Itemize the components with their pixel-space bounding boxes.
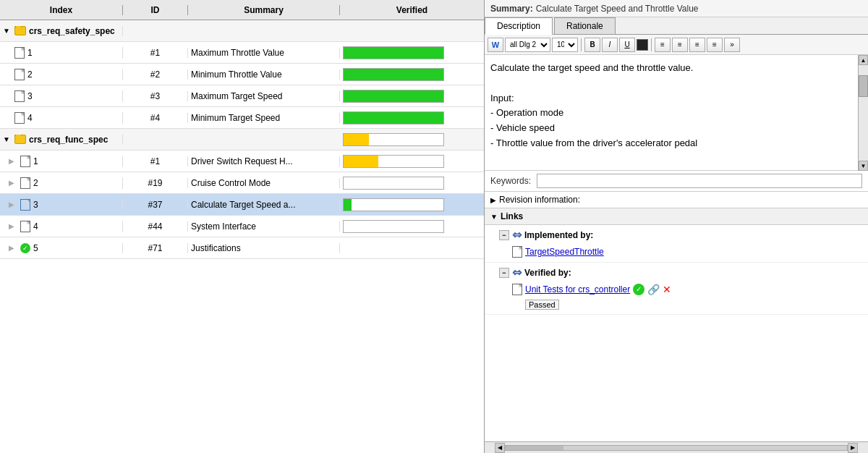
align-center-button[interactable]: ≡ — [672, 38, 688, 52]
group1-expand-arrow[interactable]: ▼ — [3, 27, 12, 35]
more-button[interactable]: » — [724, 38, 740, 52]
group2-verified — [340, 133, 484, 146]
verified-bar-fill — [344, 90, 443, 102]
italic-button[interactable]: I — [602, 38, 618, 52]
scroll-left-arrow[interactable]: ◀ — [495, 443, 505, 453]
keywords-input[interactable] — [537, 174, 862, 188]
group2-index[interactable]: ▼ crs_req_func_spec — [0, 135, 123, 145]
row-summary: Justifications — [188, 243, 340, 253]
doc-icon — [14, 112, 25, 124]
scroll-up-arrow[interactable]: ▲ — [859, 55, 868, 65]
table-body: ▼ crs_req_safety_spec 1 #1 Maximum Throt… — [0, 20, 484, 453]
underline-button[interactable]: U — [619, 38, 635, 52]
revision-row[interactable]: ▶ Revision information: — [485, 192, 868, 208]
row-expand-arrow[interactable]: ▶ — [9, 244, 17, 252]
implemented-by-item: TargetSpeedThrottle — [499, 245, 862, 259]
verified-status-icon: ✓ — [633, 284, 644, 295]
row-id: #3 — [123, 91, 188, 101]
table-row[interactable]: ▶ 2 #19 Cruise Control Mode — [0, 172, 484, 194]
col-id: ID — [123, 5, 188, 15]
tab-rationale[interactable]: Rationale — [554, 17, 616, 34]
col-index: Index — [0, 5, 123, 15]
verified-bar — [343, 133, 444, 146]
row-id: #37 — [123, 200, 188, 210]
doc-icon — [20, 221, 30, 232]
group1-name: crs_req_safety_spec — [29, 26, 115, 36]
font-style-select[interactable]: all Dlg 2 — [505, 38, 550, 52]
align-left-button[interactable]: ≡ — [655, 38, 671, 52]
revision-expand-arrow[interactable]: ▶ — [490, 196, 496, 204]
row-index: ▶ 2 — [0, 177, 123, 189]
tab-description[interactable]: Description — [485, 17, 553, 35]
doc-icon — [20, 156, 30, 167]
chain-link-icon[interactable]: 🔗 — [647, 284, 660, 295]
table-row[interactable]: 1 #1 Maximum Throttle Value — [0, 42, 484, 64]
delete-link-icon[interactable]: ✕ — [663, 284, 671, 295]
group1-header[interactable]: ▼ crs_req_safety_spec — [0, 20, 484, 42]
row-verified — [340, 198, 484, 211]
row-index: 3 — [0, 90, 123, 102]
check-icon: ✓ — [20, 243, 30, 253]
desc-line4: - Operation mode — [490, 106, 855, 121]
align-justify-button[interactable]: ≡ — [707, 38, 723, 52]
row-expand-arrow[interactable]: ▶ — [9, 222, 17, 230]
verified-by-group: − ⇔ Verified by: Unit Tests for crs_cont… — [485, 263, 868, 315]
row-index: ▶ 1 — [0, 156, 123, 167]
color-button[interactable] — [637, 39, 648, 51]
row-index: 1 — [0, 47, 123, 59]
text-editor[interactable]: Calculate the target speed and the throt… — [485, 55, 868, 171]
implemented-by-label: Implemented by: — [524, 230, 593, 240]
table-row[interactable]: ▶ 3 #37 Calculate Target Speed a... — [0, 194, 484, 216]
horizontal-scrollbar[interactable]: ◀ ▶ — [485, 441, 868, 453]
row-expand-arrow[interactable]: ▶ — [9, 157, 17, 165]
group2-name: crs_req_func_spec — [29, 135, 108, 145]
row-index: ▶ 3 — [0, 199, 123, 211]
align-right-button[interactable]: ≡ — [689, 38, 705, 52]
group2-expand-arrow[interactable]: ▼ — [3, 135, 12, 143]
vertical-scrollbar[interactable]: ▲ ▼ — [858, 55, 868, 171]
h-scrollbar-thumb[interactable] — [506, 446, 563, 450]
row-id: #1 — [123, 48, 188, 58]
links-section: ▼ Links − ⇔ Implemented by: TargetSpeedT… — [485, 208, 868, 315]
word-icon-btn[interactable]: W — [488, 38, 503, 52]
group2-header[interactable]: ▼ crs_req_func_spec — [0, 129, 484, 151]
row-id: #71 — [123, 243, 188, 253]
table-row[interactable]: 2 #2 Minimum Throttle Value — [0, 64, 484, 85]
verified-collapse-btn[interactable]: − — [499, 268, 509, 278]
row-expand-arrow[interactable]: ▶ — [9, 200, 17, 208]
verified-bar — [343, 68, 444, 81]
tabs-bar: Description Rationale — [485, 17, 868, 35]
table-row[interactable]: 3 #3 Maximum Target Speed — [0, 85, 484, 107]
verified-by-link[interactable]: Unit Tests for crs_controller — [525, 284, 630, 295]
scroll-thumb[interactable] — [859, 75, 868, 97]
verified-doc-icon — [512, 284, 522, 295]
folder-icon — [14, 135, 26, 144]
row-summary: Minimum Throttle Value — [188, 69, 340, 80]
row-id: #4 — [123, 113, 188, 123]
bold-button[interactable]: B — [584, 38, 600, 52]
toolbar-separator — [581, 38, 582, 51]
table-row[interactable]: ▶ 4 #44 System Interface — [0, 216, 484, 237]
table-row[interactable]: ▶ 1 #1 Driver Switch Request H... — [0, 151, 484, 172]
group1-index[interactable]: ▼ crs_req_safety_spec — [0, 26, 123, 36]
scroll-down-arrow[interactable]: ▼ — [859, 161, 868, 171]
keywords-row: Keywords: — [485, 171, 868, 192]
implemented-by-header: − ⇔ Implemented by: — [499, 228, 862, 242]
scroll-right-arrow[interactable]: ▶ — [848, 443, 858, 453]
h-scrollbar-track[interactable] — [505, 445, 848, 451]
row-verified — [340, 220, 484, 233]
links-header[interactable]: ▼ Links — [485, 208, 868, 225]
verified-bar — [343, 155, 444, 168]
table-row[interactable]: ▶ ✓ 5 #71 Justifications — [0, 237, 484, 259]
implemented-by-group: − ⇔ Implemented by: TargetSpeedThrottle — [485, 225, 868, 263]
row-index: 2 — [0, 69, 123, 80]
desc-line6: - Throttle value from the driver's accel… — [490, 136, 855, 151]
table-row[interactable]: 4 #4 Minimum Target Speed — [0, 107, 484, 129]
row-expand-arrow[interactable]: ▶ — [9, 179, 17, 187]
toolbar-separator-2 — [651, 38, 652, 51]
implemented-by-link[interactable]: TargetSpeedThrottle — [525, 247, 604, 257]
row-index: 4 — [0, 112, 123, 124]
font-size-select[interactable]: 10 — [552, 38, 578, 52]
implemented-collapse-btn[interactable]: − — [499, 230, 509, 240]
links-expand-arrow[interactable]: ▼ — [490, 213, 498, 221]
